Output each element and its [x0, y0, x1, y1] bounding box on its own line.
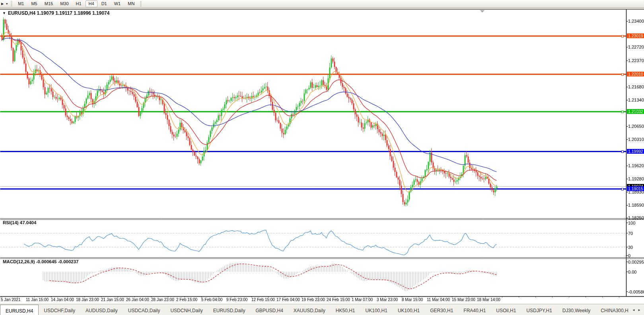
- tab-usoil-h1[interactable]: USOil,H1: [491, 304, 521, 315]
- tab-usdcad-daily[interactable]: USDCAD,Daily: [123, 304, 165, 315]
- rsi-axis-label: 0: [628, 253, 630, 258]
- time-axis-label: 18 Jan 23:00: [76, 297, 99, 302]
- tab-uk100-h1[interactable]: UK100,H1: [360, 304, 393, 315]
- time-axis-label: 19 Feb 23:00: [302, 297, 325, 302]
- tab-usdjpy-h1[interactable]: USDJPY,H1: [521, 304, 557, 315]
- price-chart-canvas[interactable]: [0, 0, 644, 315]
- time-axis-label: 2 Feb 15:00: [176, 297, 197, 302]
- symbol-menu-icon[interactable]: ▼: [2, 11, 6, 15]
- time-axis-label: 17 Feb 04:00: [276, 297, 300, 302]
- time-axis-label: 8 Mar 15:00: [402, 297, 423, 302]
- tab-usdchf-daily[interactable]: USDCHF,Daily: [39, 304, 80, 315]
- time-axis-label: 14 Jan 04:00: [51, 297, 74, 302]
- chart-title: ▼ EURUSD,H4 1.19079 1.19117 1.18996 1.19…: [2, 10, 109, 16]
- timeframe-button-mn[interactable]: MN: [125, 0, 138, 7]
- toolbar-grip[interactable]: [11, 1, 12, 6]
- price-axis-label: 1.19620: [628, 163, 644, 168]
- rsi-pane-label: RSI(14) 47.0404: [3, 220, 36, 225]
- price-axis-label: 1.19280: [628, 176, 644, 181]
- macd-axis-label: -0.005863: [628, 290, 644, 294]
- hline-price-label: 1.22010: [627, 72, 644, 76]
- timeframe-button-h4[interactable]: H4: [86, 0, 97, 7]
- time-axis-label: 26 Jan 04:00: [126, 297, 149, 302]
- tab-dj30-weekly[interactable]: DJ30,Weekly: [557, 304, 595, 315]
- time-axis-label: 18 Mar 14:00: [477, 297, 500, 302]
- macd-axis-label: 0.00: [628, 270, 636, 274]
- tab-usdcnh-daily[interactable]: USDCNH,Daily: [165, 304, 208, 315]
- price-axis-label: 1.23400: [628, 19, 644, 23]
- time-axis-label: 12 Feb 15:00: [251, 297, 275, 302]
- tab-eurusd-daily[interactable]: EURUSD,Daily: [208, 304, 251, 315]
- chart-tab-bar: EURUSD,H4USDCHF,DailyAUDUSD,DailyUSDCAD,…: [0, 304, 644, 315]
- tab-gbpusd-h4[interactable]: GBPUSD,H4: [250, 304, 288, 315]
- time-axis-label: 21 Jan 15:00: [101, 297, 124, 302]
- tab-scroll-left-icon[interactable]: ◂: [633, 308, 635, 312]
- toolbar-divider: [0, 8, 644, 10]
- tab-uk100-h1[interactable]: UK100,H1: [393, 304, 425, 315]
- hline-price-label: 1.19992: [627, 149, 644, 154]
- time-axis-label: 3 Mar 23:00: [377, 297, 398, 302]
- chart-title-text: EURUSD,H4 1.19079 1.19117 1.18996 1.1907…: [8, 10, 110, 16]
- time-axis-label: 5 Jan 2021: [1, 297, 21, 302]
- time-axis-label: 9 Feb 23:00: [226, 297, 247, 302]
- price-axis-label: 1.22720: [628, 45, 644, 49]
- timeframe-button-m1[interactable]: M1: [15, 0, 27, 7]
- macd-pane-label: MACD(12,26,9) -0.000645 -0.000237: [3, 259, 79, 264]
- hline-price-label: 1.23019: [627, 33, 644, 38]
- dropdown-caret-icon[interactable]: ▾: [5, 0, 9, 8]
- timeframe-button-w1[interactable]: W1: [111, 0, 124, 7]
- timeframe-button-m30[interactable]: M30: [57, 0, 72, 7]
- time-axis-label: 15 Mar 23:00: [452, 297, 475, 302]
- timeframe-button-d1[interactable]: D1: [98, 0, 110, 7]
- price-axis-label: 1.20310: [628, 137, 644, 142]
- toolbar-grip[interactable]: [140, 1, 142, 6]
- rsi-axis-label: 100: [628, 221, 635, 225]
- price-axis-label: 1.21680: [628, 84, 644, 89]
- macd-axis-label: 0.002955: [628, 260, 644, 264]
- rsi-axis-label: 70: [628, 231, 633, 236]
- timeframe-button-h1[interactable]: H1: [73, 0, 85, 7]
- timeframe-button-m15[interactable]: M15: [41, 0, 56, 7]
- tab-hk50-h1[interactable]: HK50,H1: [331, 304, 360, 315]
- timeframe-button-m5[interactable]: M5: [28, 0, 40, 7]
- tab-eurusd-h4[interactable]: EURUSD,H4: [0, 305, 39, 315]
- hline-price-label: 1.19015: [627, 186, 644, 191]
- price-axis-label: 1.21340: [628, 98, 644, 102]
- timeframe-buttons: M1M5M15M30H1H4D1W1MN: [14, 0, 138, 7]
- tab-xauusd-daily[interactable]: XAUUSD,Daily: [288, 304, 331, 315]
- tab-scroll-arrows: ◂ ▸: [629, 304, 644, 315]
- time-axis-label: 5 Feb 04:00: [201, 297, 222, 302]
- price-axis-label: 1.18250: [628, 215, 644, 220]
- price-axis-label: 1.22370: [628, 58, 644, 63]
- cursor-tool-icon[interactable]: ▶: [0, 0, 5, 8]
- tab-ger30-h1[interactable]: GER30,H1: [425, 304, 458, 315]
- toolbar: ▶ ▾ M1M5M15M30H1H4D1W1MN: [0, 0, 644, 8]
- time-axis-label: 28 Jan 23:00: [151, 297, 174, 302]
- time-axis-label: 24 Feb 15:00: [327, 297, 350, 302]
- tab-scroll-right-icon[interactable]: ▸: [638, 308, 640, 312]
- rsi-axis-label: 30: [628, 245, 633, 250]
- time-axis-label: 11 Mar 04:00: [427, 297, 450, 302]
- price-axis-label: 1.20650: [628, 124, 644, 129]
- tab-audusd-daily[interactable]: AUDUSD,Daily: [80, 304, 123, 315]
- price-axis-label: 1.18590: [628, 203, 644, 207]
- tab-fra40-h1[interactable]: FRA40,H1: [458, 304, 491, 315]
- time-axis-label: 1 Mar 07:00: [352, 297, 373, 302]
- hline-price-label: 1.21032: [627, 109, 644, 114]
- time-axis-label: 11 Jan 15:00: [26, 297, 49, 302]
